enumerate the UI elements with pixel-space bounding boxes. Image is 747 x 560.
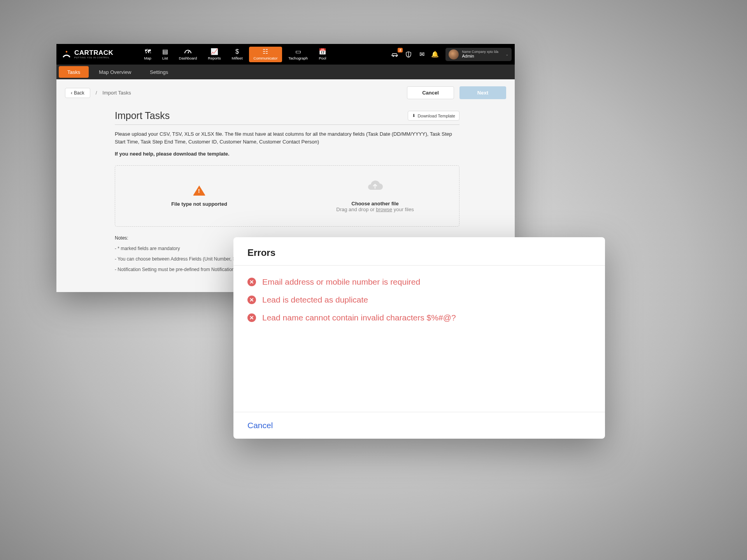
- next-button[interactable]: Next: [459, 86, 506, 99]
- drop-hint: Drag and drop or browse your files: [336, 206, 414, 212]
- nav-pool[interactable]: 📅Pool: [314, 47, 331, 62]
- cancel-button[interactable]: Cancel: [407, 86, 454, 99]
- primary-nav: 🗺Map ▤List Dashboard 📈Reports $Mifleet ☷…: [139, 44, 332, 65]
- error-row: ✕ Lead name cannot contain invalid chara…: [247, 313, 591, 322]
- error-text: Email address or mobile number is requir…: [262, 277, 420, 287]
- browse-link[interactable]: browse: [376, 206, 392, 212]
- chevron-down-icon: ⌄: [505, 52, 509, 56]
- warning-icon: [193, 186, 205, 196]
- modal-title: Errors: [247, 247, 591, 258]
- avatar: [449, 49, 459, 60]
- nav-tachograph[interactable]: ▭Tachograph: [284, 47, 312, 62]
- error-row: ✕ Lead is detected as duplicate: [247, 295, 591, 304]
- error-text: Lead is detected as duplicate: [262, 295, 368, 304]
- nav-communicator[interactable]: ☷Communicator: [249, 47, 282, 62]
- shield-icon[interactable]: [403, 49, 414, 60]
- subnav-map-overview[interactable]: Map Overview: [90, 66, 140, 78]
- nav-list[interactable]: ▤List: [158, 47, 173, 62]
- svg-point-0: [66, 51, 67, 52]
- brand-logo: CARTRACK PUTTING YOU IN CONTROL: [62, 49, 113, 59]
- error-text: Lead name cannot contain invalid charact…: [262, 313, 456, 322]
- error-icon: ✕: [247, 296, 256, 304]
- help-text: If you need help, please download the te…: [115, 151, 459, 157]
- breadcrumb-sep: /: [96, 90, 97, 96]
- error-row: ✕ Email address or mobile number is requ…: [247, 277, 591, 287]
- drop-error-section: File type not supported: [115, 180, 283, 212]
- dashboard-icon: [184, 48, 191, 55]
- user-menu[interactable]: Name Company xpto lda Admin ⌄: [445, 48, 512, 61]
- error-icon: ✕: [247, 313, 256, 322]
- topbar-actions: 2 ✉ 🔔 Name Company xpto lda Admin ⌄: [389, 48, 515, 61]
- map-icon: 🗺: [145, 49, 151, 55]
- communicator-icon: ☷: [263, 49, 268, 55]
- brand-name: CARTRACK: [74, 49, 113, 56]
- reports-icon: 📈: [210, 49, 218, 55]
- subnav-tasks[interactable]: Tasks: [59, 66, 89, 78]
- download-template-button[interactable]: ⬇ Download Template: [408, 111, 459, 121]
- list-icon: ▤: [162, 49, 168, 55]
- user-role: Admin: [462, 54, 498, 58]
- user-company: Name Company xpto lda: [462, 50, 498, 54]
- nav-mifleet[interactable]: $Mifleet: [227, 47, 247, 62]
- nav-reports[interactable]: 📈Reports: [203, 47, 225, 62]
- subnav-settings[interactable]: Settings: [141, 66, 177, 78]
- topbar: CARTRACK PUTTING YOU IN CONTROL 🗺Map ▤Li…: [56, 44, 515, 65]
- drop-choose-section: Choose another file Drag and drop or bro…: [283, 180, 459, 212]
- vehicle-icon[interactable]: 2: [389, 49, 401, 60]
- bell-icon[interactable]: 🔔: [429, 49, 441, 60]
- brand-tagline: PUTTING YOU IN CONTROL: [74, 57, 113, 59]
- errors-modal: Errors ✕ Email address or mobile number …: [233, 237, 605, 439]
- intro-text: Please upload your CSV, TSV, XLS or XLSX…: [115, 130, 459, 145]
- modal-cancel-button[interactable]: Cancel: [247, 421, 273, 430]
- svg-point-2: [393, 55, 394, 56]
- nav-dashboard[interactable]: Dashboard: [174, 47, 202, 62]
- mifleet-icon: $: [235, 49, 239, 55]
- svg-line-1: [188, 51, 189, 53]
- drop-error-text: File type not supported: [171, 201, 227, 207]
- drop-choose-title: Choose another file: [336, 201, 414, 206]
- mail-icon[interactable]: ✉: [416, 49, 428, 60]
- error-icon: ✕: [247, 278, 256, 286]
- back-button[interactable]: ‹Back: [65, 88, 90, 98]
- chevron-left-icon: ‹: [71, 90, 72, 96]
- breadcrumb: ‹Back / Import Tasks: [65, 88, 131, 98]
- svg-point-3: [396, 55, 397, 56]
- subnav: Tasks Map Overview Settings: [56, 65, 515, 79]
- breadcrumb-current: Import Tasks: [102, 90, 131, 96]
- file-dropzone[interactable]: File type not supported Choose another f…: [115, 165, 459, 227]
- logo-mark-icon: [62, 50, 71, 59]
- cloud-upload-icon: [366, 180, 384, 194]
- page-title: Import Tasks: [115, 110, 170, 121]
- download-icon: ⬇: [412, 113, 416, 118]
- tachograph-icon: ▭: [295, 49, 301, 55]
- vehicle-badge: 2: [398, 48, 403, 52]
- pool-icon: 📅: [319, 49, 326, 55]
- nav-map[interactable]: 🗺Map: [139, 47, 156, 62]
